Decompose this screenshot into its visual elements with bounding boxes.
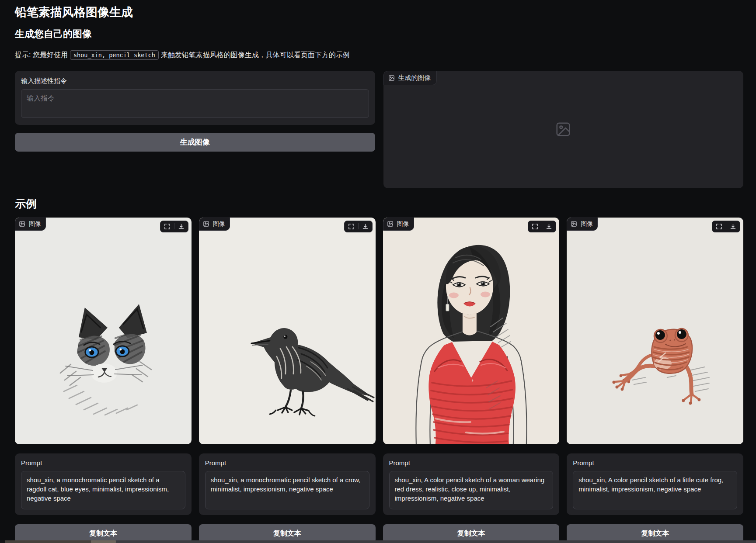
ragdoll-cat-sketch <box>15 218 192 444</box>
download-icon[interactable] <box>546 223 552 230</box>
fullscreen-icon[interactable] <box>164 223 171 230</box>
image-actions <box>712 221 740 232</box>
tray-divider <box>174 223 174 229</box>
generate-button[interactable]: 生成图像 <box>15 133 375 152</box>
prompt-label: Prompt <box>389 459 554 467</box>
example-card-woman: 图像 Prompt shou_xin, A color pencil sketc… <box>383 218 560 543</box>
fullscreen-icon[interactable] <box>348 223 355 230</box>
empty-image-placeholder <box>383 71 744 188</box>
frog-sketch <box>567 218 743 444</box>
download-icon[interactable] <box>362 223 369 230</box>
prompt-panel: Prompt shou_xin, a monochromatic pencil … <box>199 453 376 515</box>
prompt-label: Prompt <box>21 459 185 467</box>
tray-divider <box>358 223 359 229</box>
prompt-panel: Prompt shou_xin, A color pencil sketch o… <box>383 453 560 515</box>
image-label-text: 图像 <box>213 220 225 228</box>
image-icon <box>571 221 577 227</box>
image-label-badge: 图像 <box>15 218 46 231</box>
image-icon <box>203 221 209 227</box>
fullscreen-icon[interactable] <box>716 223 722 230</box>
app-page: 铅笔素描风格图像生成 生成您自己的图像 提示: 您最好使用shou_xin, p… <box>0 0 756 543</box>
generator-row: 输入描述性指令 生成图像 生成的图像 <box>15 71 743 188</box>
image-icon <box>388 75 395 81</box>
example-image-cat: 图像 <box>15 218 192 444</box>
tip-prefix: 提示: 您最好使用 <box>15 51 68 59</box>
image-label-text: 图像 <box>397 220 409 228</box>
prompt-textbox[interactable]: shou_xin, A color pencil sketch of a wom… <box>389 471 554 509</box>
usage-tip: 提示: 您最好使用shou_xin, pencil sketch来触发铅笔素描风… <box>15 50 743 60</box>
tray-divider <box>542 223 542 229</box>
image-label-badge: 图像 <box>567 218 598 231</box>
prompt-textbox[interactable]: shou_xin, A color pencil sketch of a lit… <box>573 471 737 509</box>
scrollbar-track-right <box>116 540 756 543</box>
prompt-input[interactable] <box>21 89 369 118</box>
example-card-cat: 图像 Prompt shou_xin, a monochromatic penc… <box>15 218 192 543</box>
image-icon <box>19 221 25 227</box>
output-label-badge: 生成的图像 <box>383 71 437 85</box>
example-card-frog: 图像 Prompt shou_xin, A color pencil sketc… <box>567 218 743 543</box>
example-image-crow: 图像 <box>199 218 376 444</box>
prompt-textbox[interactable]: shou_xin, a monochromatic pencil sketch … <box>205 471 369 509</box>
input-column: 输入描述性指令 生成图像 <box>15 71 375 152</box>
prompt-panel: Prompt shou_xin, A color pencil sketch o… <box>567 453 743 515</box>
fullscreen-icon[interactable] <box>532 223 538 230</box>
output-column: 生成的图像 <box>383 71 744 188</box>
image-label-badge: 图像 <box>199 218 230 231</box>
examples-row: 图像 Prompt shou_xin, a monochromatic penc… <box>15 218 743 543</box>
page-title: 铅笔素描风格图像生成 <box>15 5 743 19</box>
page-subtitle: 生成您自己的图像 <box>15 28 743 40</box>
image-actions <box>160 221 188 232</box>
download-icon[interactable] <box>178 223 185 230</box>
examples-heading: 示例 <box>15 197 743 210</box>
example-image-frog: 图像 <box>567 218 743 444</box>
crow-sketch <box>199 218 376 444</box>
example-image-woman: 图像 <box>383 218 560 444</box>
tray-divider <box>726 223 726 229</box>
prompt-panel: Prompt shou_xin, a monochromatic pencil … <box>15 453 192 515</box>
output-label-text: 生成的图像 <box>398 74 431 82</box>
image-placeholder-icon <box>555 121 571 138</box>
tip-suffix: 来触发铅笔素描风格的图像生成，具体可以看页面下方的示例 <box>161 51 350 59</box>
image-label-badge: 图像 <box>383 218 414 231</box>
scrollbar-thumb[interactable] <box>91 540 116 543</box>
image-actions <box>344 221 373 232</box>
horizontal-scrollbar <box>0 540 756 543</box>
prompt-input-label: 输入描述性指令 <box>21 77 369 85</box>
image-icon <box>387 221 394 227</box>
prompt-input-panel: 输入描述性指令 <box>15 71 375 125</box>
image-label-text: 图像 <box>29 220 41 228</box>
scrollbar-lead <box>0 540 5 543</box>
image-actions <box>528 221 556 232</box>
scrollbar-track-left <box>5 540 91 543</box>
prompt-label: Prompt <box>573 459 737 467</box>
prompt-textbox[interactable]: shou_xin, a monochromatic pencil sketch … <box>21 471 185 509</box>
woman-red-dress-sketch <box>383 218 560 444</box>
trigger-words-code: shou_xin, pencil sketch <box>70 50 159 60</box>
prompt-label: Prompt <box>205 459 369 467</box>
image-label-text: 图像 <box>581 220 593 228</box>
download-icon[interactable] <box>730 223 736 230</box>
example-card-crow: 图像 Prompt shou_xin, a monochromatic penc… <box>199 218 376 543</box>
generated-image-panel: 生成的图像 <box>383 71 744 188</box>
